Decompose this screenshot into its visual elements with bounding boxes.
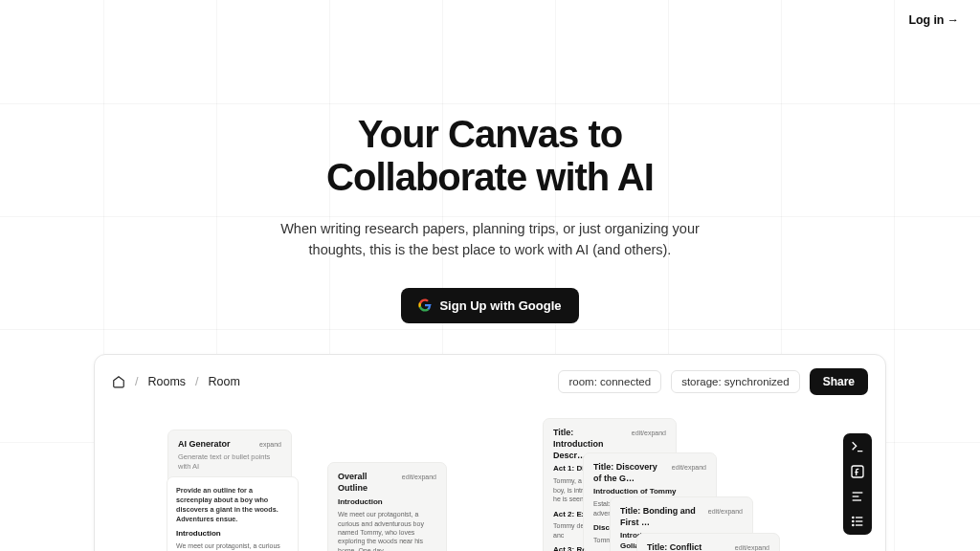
expand-link[interactable]: edit/expand <box>708 507 743 516</box>
canvas-area[interactable]: AI Generatorexpand Generate text or bull… <box>112 407 868 551</box>
card-title: Title: Conflict Arises De… <box>647 541 729 551</box>
hero-title: Your Canvas to Collaborate with AI <box>0 113 980 199</box>
room-status-badge: room: connected <box>558 370 661 393</box>
svg-point-10 <box>853 520 854 521</box>
breadcrumb-rooms[interactable]: Rooms <box>147 375 186 388</box>
login-link[interactable]: Log in → <box>909 13 959 27</box>
card-ai-generator[interactable]: AI Generatorexpand Generate text or bull… <box>167 430 292 551</box>
card-title: Title: Bonding and First … <box>620 505 702 528</box>
app-preview: / Rooms / Room room: connected storage: … <box>94 354 886 551</box>
card-conflict[interactable]: Title: Conflict Arises De…edit/expand <box>636 533 780 551</box>
section-text: We meet our protagonist, a curious and a… <box>338 510 436 551</box>
hero-title-line1: Your Canvas to <box>358 113 622 155</box>
tool-panel <box>843 433 872 535</box>
prompt-text: Provide an outline for a screenplay abou… <box>176 486 289 523</box>
breadcrumb: / Rooms / Room <box>112 375 240 388</box>
storage-status-badge: storage: synchronized <box>671 370 800 393</box>
home-icon[interactable] <box>112 375 125 388</box>
signup-google-label: Sign Up with Google <box>439 298 561 313</box>
card-title: AI Generator <box>178 438 231 450</box>
expand-link[interactable]: expand <box>259 440 281 449</box>
svg-point-11 <box>853 524 854 525</box>
section-heading: Introduction <box>338 497 436 508</box>
align-left-icon[interactable] <box>850 489 865 504</box>
section-text: We meet our protagonist, a curious and a… <box>176 541 289 551</box>
svg-point-9 <box>853 517 854 518</box>
hero-subtitle: When writing research papers, planning t… <box>251 218 729 261</box>
preview-header: / Rooms / Room room: connected storage: … <box>112 368 868 407</box>
card-title: Title: Discovery of the G… <box>593 461 666 484</box>
terminal-icon[interactable] <box>850 439 865 454</box>
expand-link[interactable]: edit/expand <box>672 463 706 472</box>
list-icon[interactable] <box>850 514 865 529</box>
expand-link[interactable]: edit/expand <box>402 473 436 481</box>
breadcrumb-room[interactable]: Room <box>209 375 240 388</box>
card-title: Overall Outline <box>338 471 396 494</box>
share-button[interactable]: Share <box>810 368 868 395</box>
expand-link[interactable]: edit/expand <box>735 543 769 551</box>
google-icon <box>418 298 432 312</box>
expand-link[interactable]: edit/expand <box>632 429 666 437</box>
hero: Your Canvas to Collaborate with AI When … <box>0 0 980 323</box>
status-group: room: connected storage: synchronized Sh… <box>558 368 868 395</box>
function-icon[interactable] <box>850 464 865 479</box>
signup-google-button[interactable]: Sign Up with Google <box>401 288 578 323</box>
section-heading: Introduction <box>176 529 289 540</box>
breadcrumb-sep: / <box>135 375 138 388</box>
breadcrumb-sep: / <box>195 375 198 388</box>
card-subtitle: Generate text or bullet points with AI <box>178 452 281 472</box>
card-overall-outline[interactable]: Overall Outlineedit/expand Introduction … <box>327 462 447 551</box>
hero-title-line2: Collaborate with AI <box>326 156 654 198</box>
